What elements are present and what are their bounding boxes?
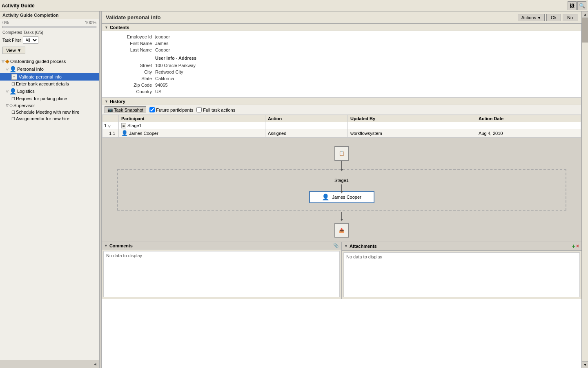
row-action-date-1-1: Aug 4, 2010 [476, 129, 581, 137]
comments-attach-icon[interactable]: 📎 [333, 243, 339, 248]
collapse-arrow-onboarding[interactable]: ▽ [2, 59, 4, 63]
sidebar-item-schedule-meeting[interactable]: ☐ Schedule Meeting with new hire [0, 109, 99, 115]
first-name-row: First Name James [106, 40, 577, 47]
comments-content: No data to display [103, 251, 340, 297]
row-num-1-1: 1.1 [102, 129, 119, 137]
bottom-sections: ▼ Comments 📎 No data to display [102, 242, 581, 299]
task-filter-label: Task Filter [2, 38, 21, 43]
attachments-content: No data to display [343, 252, 580, 297]
attachments-section: ▼ Attachments + × No data to display [342, 242, 581, 299]
dashed-stage-rect: Stage1 ▼ 👤 James Cooper [117, 169, 566, 211]
history-header-label: History [110, 99, 125, 104]
arrow-head-1: ▼ [340, 168, 344, 172]
supervisor-icon: ◇ [9, 103, 13, 108]
attachments-remove-icon[interactable]: × [576, 243, 579, 249]
person-icon: 👤 [9, 66, 16, 72]
sidebar-bottom: ◄ [0, 360, 99, 368]
row-num-1: 1 ▽ [102, 122, 119, 129]
sidebar-item-logistics[interactable]: ▽ 👤 Logistics [0, 87, 99, 95]
city-value: Redwood City [155, 70, 183, 74]
task-filter-select[interactable]: All [23, 36, 38, 44]
last-name-label: Last Name [106, 47, 155, 52]
city-label: City [106, 70, 155, 74]
search-icon[interactable]: 🔍 [577, 1, 586, 10]
subtask-icon-bank: ☐ [11, 82, 15, 86]
task-snapshot-button[interactable]: 📷 Task Snapshot [105, 106, 146, 113]
diagram-node-top: 📋 ▼ [334, 146, 349, 169]
sidebar-item-personal-info[interactable]: ▽ 👤 Personal Info [0, 65, 99, 73]
city-row: City Redwood City [106, 69, 577, 75]
onboarding-label: OnBoarding guided process [10, 59, 66, 64]
sidebar-header: Activity Guide Completion [0, 11, 99, 19]
logistics-label: Logistics [17, 89, 35, 94]
download-icon-box: 📥 [334, 223, 349, 238]
future-participants-checkbox[interactable] [149, 107, 155, 112]
future-participants-label: Future participants [156, 108, 193, 112]
user-info-address-row: User Info - Address [106, 53, 577, 62]
col-num [102, 115, 119, 122]
col-updated-by: Updated By [347, 115, 476, 122]
scroll-track [582, 18, 588, 361]
process-icon: ◆ [5, 58, 9, 64]
row-updated-by-1 [347, 122, 476, 129]
collapse-arrow-logistics[interactable]: ▽ [6, 89, 9, 93]
row-expand-icon[interactable]: ▽ [108, 124, 111, 128]
country-row: Country US [106, 88, 577, 95]
comments-no-data: No data to display [106, 253, 142, 258]
full-task-actions-check-label[interactable]: Full task actions [196, 107, 235, 112]
person-row-icon: 👤 [121, 130, 128, 136]
view-button[interactable]: View ▼ [2, 47, 25, 54]
arrow-head-3: ▼ [340, 218, 344, 222]
country-label: Country [106, 89, 155, 94]
attachments-label: Attachments [350, 244, 377, 249]
no-button[interactable]: No [563, 14, 577, 21]
scroll-up-button[interactable]: ▲ [582, 11, 588, 18]
scroll-down-button[interactable]: ▼ [582, 361, 588, 368]
future-participants-check-label[interactable]: Future participants [149, 107, 193, 112]
progress-min: 0% [2, 20, 9, 25]
street-value: 100 Oracle Parkway [155, 63, 196, 68]
employee-id-label: Employee Id [106, 34, 155, 39]
sidebar-bottom-arrow[interactable]: ◄ [91, 361, 99, 367]
stage-icon: ≡ [121, 123, 126, 128]
comments-collapse-icon[interactable]: ▼ [104, 244, 108, 248]
state-label: State [106, 76, 155, 81]
attachments-add-icon[interactable]: + [572, 243, 575, 249]
ok-button[interactable]: Ok [546, 14, 561, 21]
browse-icon[interactable]: 🖼 [568, 1, 577, 10]
zip-code-row: Zip Code 94065 [106, 82, 577, 88]
right-panel: Validate personal info Actions ▼ Ok No [102, 11, 581, 368]
collapse-arrow-supervisor[interactable]: ▽ [6, 103, 9, 108]
actions-button[interactable]: Actions ▼ [518, 14, 545, 21]
attachments-collapse-icon[interactable]: ▼ [344, 244, 348, 248]
view-dropdown-arrow: ▼ [17, 48, 22, 53]
sidebar-item-validate-personal-info[interactable]: ≡ Validate personal info [0, 73, 99, 81]
sidebar-item-bank-account[interactable]: ☐ Enter bank account details [0, 81, 99, 87]
history-section-header: ▼ History [102, 98, 581, 105]
actions-label: Actions [521, 15, 536, 20]
task-title: Validate personal info [106, 14, 160, 20]
country-value: US [155, 89, 161, 94]
contents-collapse-icon[interactable]: ▼ [105, 25, 108, 29]
task-header: Validate personal info Actions ▼ Ok No [102, 11, 581, 24]
clipboard-icon-box: 📋 [334, 146, 349, 161]
actions-dropdown[interactable]: Actions ▼ [518, 14, 545, 21]
logistics-person-icon: 👤 [9, 88, 16, 94]
sidebar-item-assign-mentor[interactable]: ☐ Assign mentor for new hire [0, 115, 99, 122]
content-scroll: ▼ Contents Employee Id jcooper First Nam… [102, 24, 581, 368]
progress-max: 100% [85, 20, 96, 25]
collapse-arrow-personal-info[interactable]: ▽ [6, 67, 9, 71]
sidebar-item-onboarding[interactable]: ▽ ◆ OnBoarding guided process [0, 57, 99, 65]
supervisor-label: Supervisor [13, 103, 35, 108]
scroll-thumb[interactable] [582, 18, 588, 43]
history-collapse-icon[interactable]: ▼ [105, 99, 108, 103]
row-updated-by-1-1: workflowsystem [347, 129, 476, 137]
assign-mentor-label: Assign mentor for new hire [16, 116, 69, 121]
subtask-icon-mentor: ☐ [11, 117, 15, 121]
view-label: View [6, 48, 16, 53]
sidebar-item-supervisor[interactable]: ▽ ◇ Supervisor [0, 102, 99, 109]
sidebar-item-parking[interactable]: ☐ Request for parking place [0, 95, 99, 102]
full-task-actions-checkbox[interactable] [196, 107, 202, 112]
street-label: Street [106, 63, 155, 68]
diagram-arrow-3: ▼ [341, 212, 342, 219]
